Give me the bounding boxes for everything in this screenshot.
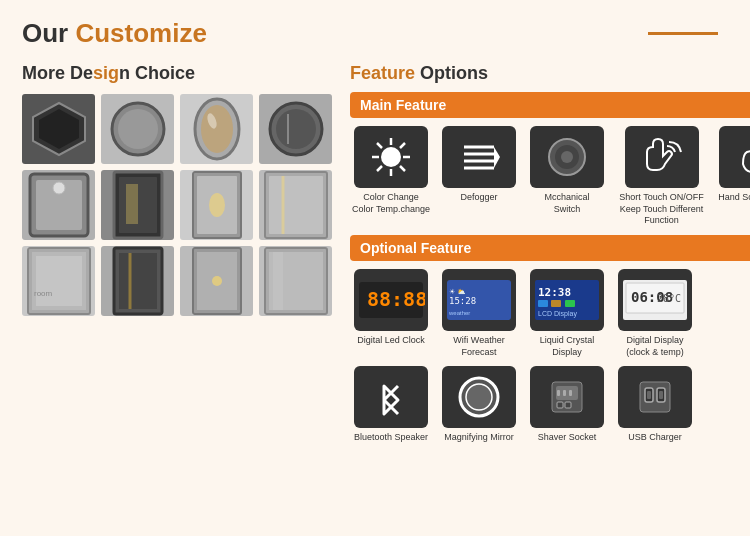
svg-rect-24 <box>36 256 82 306</box>
left-column: More Design Choice <box>22 63 332 452</box>
feature-hand-scan: Hand Scan Sensor <box>715 126 750 227</box>
shape-round-dark <box>259 94 332 164</box>
svg-rect-82 <box>659 391 663 399</box>
digital-display-icon: 06:08 28°C <box>621 278 689 322</box>
shape-oval <box>180 94 253 164</box>
svg-line-42 <box>400 143 405 148</box>
svg-point-31 <box>212 276 222 286</box>
svg-text:☀ ⛅: ☀ ⛅ <box>449 287 466 296</box>
bluetooth-icon <box>368 374 414 420</box>
optional-feature-band: Optional Feature <box>350 235 750 261</box>
hand-scan-icon-box <box>719 126 750 188</box>
switch-icon <box>544 134 590 180</box>
short-touch-icon-box <box>625 126 699 188</box>
mirror-rect-3 <box>180 170 253 240</box>
feature-led-clock: 88:88 Digital Led Clock <box>350 269 432 358</box>
round-dark-svg <box>266 99 326 159</box>
svg-point-51 <box>561 151 573 163</box>
svg-point-18 <box>209 193 225 217</box>
svg-rect-77 <box>569 390 572 396</box>
mirror-rect-4 <box>259 170 332 240</box>
svg-point-70 <box>466 384 492 410</box>
svg-text:LCD Display: LCD Display <box>538 310 577 318</box>
svg-rect-81 <box>647 391 651 399</box>
rect-row-1 <box>22 170 332 240</box>
svg-text:15:28: 15:28 <box>449 296 476 306</box>
shape-round-light <box>101 94 174 164</box>
mirror-rect-7 <box>180 246 253 316</box>
optional-feature-label: Optional Feature <box>360 240 471 256</box>
page-title: Our Customize <box>22 18 207 49</box>
feature-digital-display: 06:08 28°C Digital Display(clock & temp) <box>614 269 696 358</box>
touch-icon <box>639 134 685 180</box>
svg-text:88:88: 88:88 <box>367 287 425 311</box>
svg-line-41 <box>400 166 405 171</box>
lcd-label: Liquid Crystal Display <box>526 335 608 358</box>
bluetooth-icon-box <box>354 366 428 428</box>
usb-icon <box>632 374 678 420</box>
svg-text:room: room <box>34 289 53 298</box>
shaver-icon <box>544 374 590 420</box>
lcd-icon-box: 12:38 LCD Display <box>530 269 604 331</box>
feature-shaver: Shaver Socket <box>526 366 608 444</box>
svg-rect-15 <box>126 184 138 224</box>
shape-hexagon <box>22 94 95 164</box>
header: Our Customize <box>22 18 728 49</box>
sun-icon <box>368 134 414 180</box>
hexagon-svg <box>29 99 89 159</box>
optional-features-row-1: 88:88 Digital Led Clock ☀ ⛅ 15:28 weathe… <box>350 269 750 358</box>
svg-marker-48 <box>494 147 500 168</box>
mirror-rect-1 <box>22 170 95 240</box>
digital-display-icon-box: 06:08 28°C <box>618 269 692 331</box>
page-container: Our Customize More Design Choice <box>0 0 750 536</box>
feature-section-title: Feature Options <box>350 63 750 84</box>
svg-rect-75 <box>557 390 560 396</box>
feature-mech-switch: McchanicalSwitch <box>526 126 608 227</box>
svg-line-40 <box>377 143 382 148</box>
digital-display-label: Digital Display(clock & temp) <box>626 335 684 358</box>
wifi-weather-icon-box: ☀ ⛅ 15:28 weather <box>442 269 516 331</box>
shaver-icon-box <box>530 366 604 428</box>
svg-point-5 <box>201 105 233 153</box>
svg-rect-73 <box>557 402 563 408</box>
mirror-rect-8 <box>259 246 332 316</box>
feature-magnify: Magnifying Mirror <box>438 366 520 444</box>
svg-point-3 <box>118 109 158 149</box>
bluetooth-label: Bluetooth Speaker <box>354 432 428 444</box>
short-touch-label: Short Touch ON/OFFKeep Touch DifferentFu… <box>617 192 707 227</box>
title-accent: Customize <box>75 18 206 48</box>
led-clock-icon-box: 88:88 <box>354 269 428 331</box>
mirror-rect-5: room <box>22 246 95 316</box>
right-column: Feature Options Main Feature <box>350 63 750 452</box>
svg-rect-76 <box>563 390 566 396</box>
led-clock-label: Digital Led Clock <box>357 335 425 347</box>
shaver-label: Shaver Socket <box>538 432 597 444</box>
main-feature-band: Main Feature <box>350 92 750 118</box>
svg-rect-27 <box>119 253 157 309</box>
svg-rect-34 <box>273 252 283 310</box>
magnify-icon <box>456 374 502 420</box>
lcd-icon: 12:38 LCD Display <box>533 278 601 322</box>
color-change-label: Color ChangeColor Temp.change <box>352 192 430 215</box>
feature-wifi-weather: ☀ ⛅ 15:28 weather Wifi Weather Forecast <box>438 269 520 358</box>
feature-lcd: 12:38 LCD Display Liquid Crystal Display <box>526 269 608 358</box>
svg-point-35 <box>381 147 401 167</box>
weather-icon: ☀ ⛅ 15:28 weather <box>445 278 513 322</box>
wifi-weather-label: Wifi Weather Forecast <box>438 335 520 358</box>
round-svg <box>108 99 168 159</box>
svg-rect-62 <box>551 300 561 307</box>
mech-switch-icon-box <box>530 126 604 188</box>
svg-rect-61 <box>538 300 548 307</box>
svg-rect-63 <box>565 300 575 307</box>
defog-icon <box>456 134 502 180</box>
svg-line-43 <box>377 166 382 171</box>
feature-accent: Feature <box>350 63 415 83</box>
usb-label: USB Charger <box>628 432 682 444</box>
hand-icon <box>733 134 750 180</box>
hand-scan-label: Hand Scan Sensor <box>718 192 750 204</box>
defogger-label: Defogger <box>460 192 497 204</box>
svg-point-8 <box>276 109 316 149</box>
magnify-icon-box <box>442 366 516 428</box>
feature-color-change: Color ChangeColor Temp.change <box>350 126 432 227</box>
svg-point-12 <box>53 182 65 194</box>
